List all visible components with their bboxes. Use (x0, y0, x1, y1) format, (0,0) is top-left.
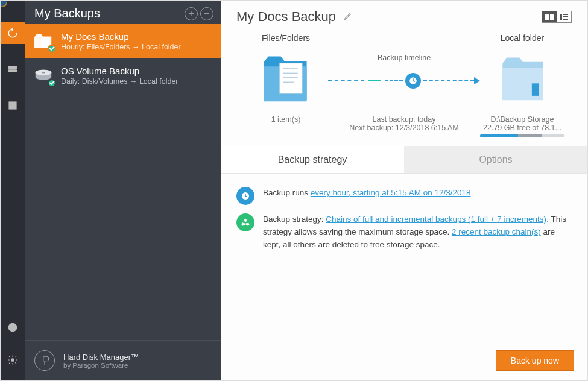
next-backup-text: Next backup: 12/3/2018 6:15 AM (328, 124, 480, 132)
timeline-arrow (328, 73, 480, 89)
dest-header: Local folder (501, 33, 544, 43)
strategy-chains-link[interactable]: Chains of full and incremental backups (… (326, 215, 546, 224)
add-backup-button[interactable]: + (185, 7, 198, 20)
svg-rect-19 (563, 16, 568, 17)
dest-folder-icon[interactable] (497, 48, 548, 108)
schedule-link[interactable]: every hour, starting at 5:15 AM on 12/3/… (311, 188, 471, 197)
files-folder-icon (33, 33, 54, 51)
remove-backup-button[interactable]: − (200, 7, 213, 20)
last-backup-text: Last backup: today (328, 115, 480, 124)
view-toggle[interactable] (542, 11, 572, 23)
backup-item-mydocs[interactable]: My Docs Backup Hourly: Files/Folders → L… (25, 24, 221, 58)
brand-logo-icon (34, 350, 55, 371)
tab-backup-strategy[interactable]: Backup strategy (221, 146, 404, 173)
source-info: 1 item(s) (244, 115, 328, 137)
svg-rect-20 (563, 19, 568, 20)
view-toggle-summary[interactable] (542, 11, 557, 22)
watermark-logo (0, 0, 8, 10)
schedule-clock-icon (236, 187, 254, 205)
svg-point-8 (11, 359, 14, 362)
tab-options[interactable]: Options (404, 146, 587, 173)
brand-vendor: by Paragon Software (63, 362, 139, 369)
page-title: My Docs Backup (236, 9, 336, 25)
dest-free: 22.79 GB free of 78.1... (480, 124, 564, 132)
nav-drives-tab[interactable] (1, 58, 25, 80)
source-files-icon[interactable] (261, 48, 311, 108)
strategy-text: Backup strategy: Chains of full and incr… (263, 213, 572, 251)
backup-item-title: My Docs Backup (61, 31, 181, 42)
backup-now-button[interactable]: Back up now (496, 350, 574, 371)
source-header: Files/Folders (262, 33, 310, 43)
svg-rect-18 (563, 14, 568, 15)
svg-rect-17 (560, 14, 562, 20)
clock-icon (405, 73, 421, 89)
sidebar-title: My Backups (34, 7, 100, 20)
backup-item-title: OS Volume Backup (61, 66, 179, 76)
nav-list-tab[interactable] (1, 95, 25, 116)
schedule-text: Backup runs every hour, starting at 5:15… (263, 187, 470, 200)
strategy-recent-link[interactable]: 2 recent backup chain(s) (452, 227, 541, 236)
svg-point-14 (42, 72, 45, 73)
backup-item-subtitle: Hourly: Files/Folders → Local folder (61, 43, 181, 51)
svg-point-10 (0, 0, 7, 7)
main-panel: My Docs Backup Files/Folders Backup time… (221, 1, 587, 380)
svg-rect-15 (545, 14, 549, 20)
brand-name: Hard Disk Manager™ (63, 353, 139, 362)
brand-footer: Hard Disk Manager™ by Paragon Software (25, 340, 221, 380)
backup-item-subtitle: Daily: Disk/Volumes → Local folder (61, 77, 179, 86)
backup-item-osvolume[interactable]: OS Volume Backup Daily: Disk/Volumes → L… (25, 58, 221, 93)
nav-iconbar (1, 1, 25, 380)
nav-settings-icon[interactable] (1, 349, 25, 371)
svg-rect-0 (8, 66, 17, 69)
nav-help-icon[interactable] (1, 316, 25, 338)
edit-name-icon[interactable] (343, 11, 353, 23)
storage-usage-bar (480, 134, 564, 137)
dest-path: D:\Backup Storage (480, 115, 564, 124)
svg-rect-1 (8, 70, 17, 72)
svg-point-9 (0, 0, 7, 7)
disk-volume-icon (33, 67, 54, 85)
svg-point-7 (12, 329, 13, 330)
svg-rect-16 (550, 14, 554, 20)
nav-backup-tab[interactable] (1, 22, 25, 44)
strategy-recycle-icon (236, 213, 254, 231)
svg-rect-27 (532, 83, 539, 96)
view-toggle-detail[interactable] (557, 11, 571, 22)
timeline-label: Backup timeline (378, 54, 431, 62)
sidebar: My Backups + − My Docs Backup Hourly: Fi… (25, 1, 221, 380)
